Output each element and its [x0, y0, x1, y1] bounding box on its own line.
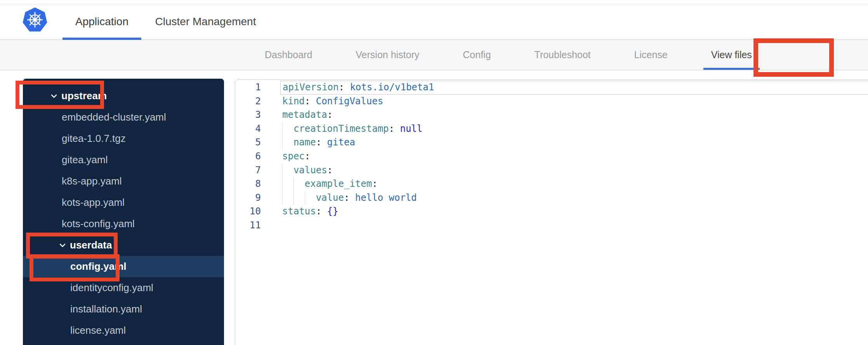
- code-line-9: 9value: hello world: [235, 191, 868, 205]
- line-number: 2: [235, 95, 261, 109]
- code-line-1: 1apiVersion: kots.io/v1beta1: [235, 81, 868, 95]
- line-number: 10: [235, 205, 261, 219]
- line-number: 9: [235, 191, 261, 205]
- tree-file-gitea-1.0.7.tgz[interactable]: gitea-1.0.7.tgz: [23, 128, 224, 149]
- file-tree-sidebar: upstreamembedded-cluster.yamlgitea-1.0.7…: [23, 79, 224, 345]
- app-subnav: Dashboard Version history Config Trouble…: [0, 40, 868, 70]
- chevron-down-icon: [59, 243, 66, 248]
- line-source: example_item:: [280, 177, 868, 191]
- line-number: 11: [235, 219, 261, 233]
- tab-dashboard[interactable]: Dashboard: [257, 40, 320, 70]
- line-source: value: hello world: [280, 191, 868, 205]
- indent-guide: [282, 191, 293, 205]
- tree-item-label: gitea.yaml: [62, 154, 108, 166]
- line-source: spec:: [280, 150, 868, 164]
- tab-config[interactable]: Config: [455, 40, 498, 70]
- tree-item-label: k8s-app.yaml: [62, 175, 122, 187]
- indent-guide: [305, 191, 316, 205]
- tree-item-label: kots-config.yaml: [62, 218, 135, 230]
- code-line-3: 3metadata:: [235, 108, 868, 122]
- tab-application[interactable]: Application: [62, 4, 141, 40]
- tree-file-gitea.yaml[interactable]: gitea.yaml: [23, 149, 224, 171]
- code-line-10: 10status: {}: [235, 205, 868, 219]
- code-line-8: 8example_item:: [235, 177, 868, 191]
- code-line-2: 2kind: ConfigValues: [235, 95, 868, 109]
- line-source: status: {}: [280, 205, 868, 219]
- tab-version-history[interactable]: Version history: [348, 40, 427, 70]
- tree-file-k8s-app.yaml[interactable]: k8s-app.yaml: [23, 171, 224, 192]
- tree-item-label: upstream: [61, 90, 107, 102]
- indent-guide: [282, 136, 293, 150]
- tree-folder-upstream[interactable]: upstream: [23, 85, 224, 107]
- tree-item-label: license.yaml: [70, 324, 126, 336]
- indent-guide: [282, 122, 293, 136]
- tree-item-label: userdata: [70, 239, 112, 251]
- line-number: 6: [235, 150, 261, 164]
- line-source: metadata:: [280, 108, 868, 122]
- tab-view-files[interactable]: View files: [703, 40, 760, 70]
- indent-guide: [293, 177, 305, 191]
- tree-file-license.yaml[interactable]: license.yaml: [23, 320, 224, 341]
- code-line-6: 6spec:: [235, 150, 868, 164]
- file-contents-viewer[interactable]: 1apiVersion: kots.io/v1beta12kind: Confi…: [235, 79, 868, 345]
- line-number: 3: [235, 108, 261, 122]
- code-line-7: 7values:: [235, 164, 868, 178]
- tree-item-label: embedded-cluster.yaml: [62, 111, 166, 123]
- tree-file-config.yaml[interactable]: config.yaml: [23, 256, 224, 277]
- line-source: creationTimestamp: null: [280, 122, 868, 136]
- tree-item-label: gitea-1.0.7.tgz: [62, 133, 126, 145]
- line-source: [280, 219, 868, 233]
- indent-guide: [293, 191, 305, 205]
- indent-guide: [282, 177, 293, 191]
- tree-item-label: kots-app.yaml: [62, 197, 125, 209]
- code-line-5: 5name: gitea: [235, 136, 868, 150]
- tab-license[interactable]: License: [627, 40, 675, 70]
- tree-item-label: installation.yaml: [70, 303, 142, 315]
- line-number: 5: [235, 136, 261, 150]
- tree-item-label: identityconfig.yaml: [70, 282, 153, 294]
- tree-file-kots-app.yaml[interactable]: kots-app.yaml: [23, 192, 224, 213]
- line-number: 7: [235, 164, 261, 178]
- line-source: apiVersion: kots.io/v1beta1: [280, 81, 868, 95]
- line-source: name: gitea: [280, 136, 868, 150]
- tree-file-kots-config.yaml[interactable]: kots-config.yaml: [23, 213, 224, 235]
- tree-item-label: config.yaml: [70, 260, 126, 273]
- line-number: 4: [235, 122, 261, 136]
- line-source: values:: [280, 164, 868, 178]
- tree-file-installation.yaml[interactable]: installation.yaml: [23, 298, 224, 320]
- code-line-4: 4creationTimestamp: null: [235, 122, 868, 136]
- tree-folder-userdata[interactable]: userdata: [23, 235, 224, 256]
- line-number: 8: [235, 177, 261, 191]
- line-number: 1: [235, 81, 261, 95]
- code-line-11: 11: [235, 219, 868, 233]
- tree-file-embedded-cluster.yaml[interactable]: embedded-cluster.yaml: [23, 107, 224, 128]
- tab-troubleshoot[interactable]: Troubleshoot: [527, 40, 599, 70]
- app-header: Application Cluster Management: [0, 0, 868, 40]
- tree-file-identityconfig.yaml[interactable]: identityconfig.yaml: [23, 277, 224, 298]
- primary-nav: Application Cluster Management: [0, 4, 258, 40]
- chevron-down-icon: [50, 94, 57, 98]
- indent-guide: [282, 164, 293, 178]
- tab-cluster-management[interactable]: Cluster Management: [153, 4, 258, 40]
- line-source: kind: ConfigValues: [280, 95, 868, 109]
